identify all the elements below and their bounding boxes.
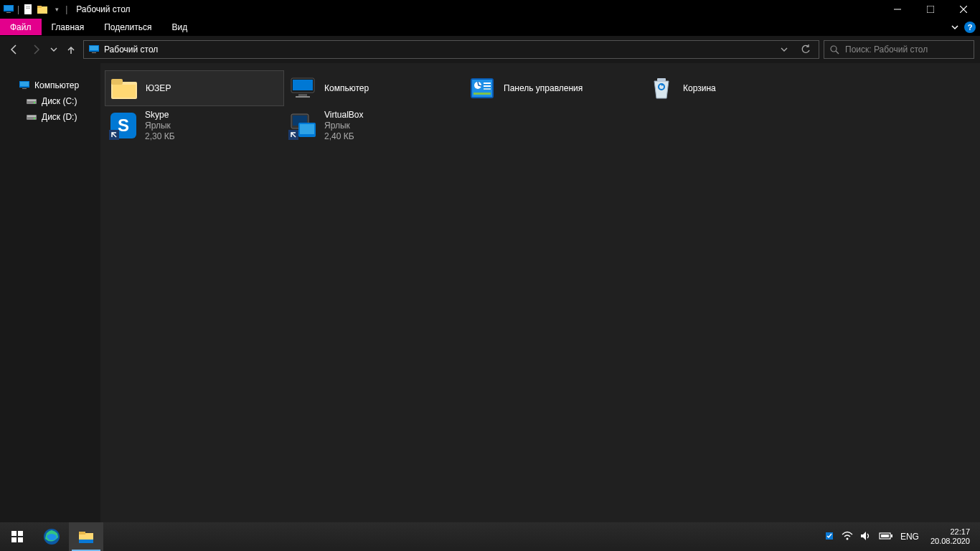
svg-rect-38 <box>484 85 491 87</box>
time-text: 22:17 <box>930 527 970 537</box>
sidebar-item-computer[interactable]: Компьютер <box>0 77 100 93</box>
skype-icon: S <box>109 111 138 140</box>
wifi-icon[interactable] <box>842 531 853 542</box>
sidebar-label: Компьютер <box>34 80 79 90</box>
item-skype[interactable]: S Skype Ярлык 2,30 КБ <box>105 108 284 143</box>
item-name: Панель управления <box>504 83 583 94</box>
sidebar-item-disk-c[interactable]: Диск (C:) <box>0 93 100 109</box>
forward-button[interactable] <box>27 41 44 58</box>
svg-rect-3 <box>24 4 32 14</box>
up-button[interactable] <box>63 42 79 57</box>
item-virtualbox[interactable]: VirtualBox Ярлык 2,40 КБ <box>284 108 463 143</box>
item-recycle-bin[interactable]: Корзина <box>643 70 822 106</box>
item-type: Ярлык <box>145 121 175 131</box>
item-type: Ярлык <box>324 121 363 131</box>
svg-rect-40 <box>473 93 491 95</box>
item-name: VirtualBox <box>324 110 363 121</box>
drive-icon <box>26 111 37 123</box>
svg-rect-19 <box>20 82 29 86</box>
sidebar-label: Диск (D:) <box>42 112 77 122</box>
svg-rect-1 <box>4 6 13 10</box>
computer-icon <box>19 80 30 91</box>
svg-rect-20 <box>22 88 27 89</box>
search-placeholder: Поиск: Рабочий стол <box>845 44 928 55</box>
svg-rect-53 <box>18 537 23 542</box>
recycle-bin-icon <box>647 74 676 103</box>
tab-home[interactable]: Главная <box>42 19 95 35</box>
titlebar: | ▾ | Рабочий стол <box>0 0 980 19</box>
window-title: Рабочий стол <box>76 4 130 14</box>
help-button[interactable]: ? <box>964 22 976 33</box>
svg-rect-62 <box>891 534 892 537</box>
sidebar-item-disk-d[interactable]: Диск (D:) <box>0 109 100 125</box>
drive-icon <box>26 95 37 107</box>
item-control-panel[interactable]: Панель управления <box>463 70 643 106</box>
content-area[interactable]: ЮЗЕР Компьютер Панель управления <box>100 63 980 522</box>
svg-rect-41 <box>657 78 666 81</box>
svg-rect-57 <box>79 540 93 543</box>
battery-icon[interactable] <box>879 532 893 542</box>
item-computer[interactable]: Компьютер <box>284 70 463 106</box>
svg-rect-56 <box>79 532 85 534</box>
document-icon <box>22 4 34 15</box>
refresh-button[interactable] <box>797 41 814 58</box>
clock[interactable]: 22:17 20.08.2020 <box>926 527 974 546</box>
virtualbox-icon <box>288 111 317 140</box>
svg-rect-37 <box>484 83 491 84</box>
svg-rect-22 <box>27 100 36 101</box>
control-panel-icon <box>468 74 496 103</box>
date-text: 20.08.2020 <box>930 537 970 546</box>
system-tray: ENG 22:17 20.08.2020 <box>824 527 980 546</box>
svg-rect-31 <box>293 80 313 90</box>
search-icon <box>830 45 839 55</box>
language-indicator[interactable]: ENG <box>900 532 919 542</box>
svg-rect-48 <box>300 124 314 134</box>
monitor-icon <box>3 4 14 15</box>
svg-rect-4 <box>26 6 30 7</box>
back-button[interactable] <box>6 41 23 58</box>
sidebar: Компьютер Диск (C:) Диск (D:) <box>0 63 100 522</box>
svg-line-49 <box>291 133 296 137</box>
maximize-button[interactable] <box>914 0 947 19</box>
dropdown-small-icon[interactable]: ▾ <box>51 4 62 15</box>
svg-text:S: S <box>118 116 129 135</box>
item-size: 2,30 КБ <box>145 131 175 142</box>
svg-rect-7 <box>37 6 42 8</box>
svg-rect-33 <box>296 96 310 98</box>
recent-dropdown-icon[interactable] <box>49 41 59 58</box>
tab-file[interactable]: Файл <box>0 19 42 35</box>
search-box[interactable]: Поиск: Рабочий стол <box>824 40 974 59</box>
start-button[interactable] <box>0 522 34 551</box>
svg-rect-39 <box>484 88 491 90</box>
ribbon-tabs: Файл Главная Поделиться Вид ? <box>0 19 980 36</box>
desktop-icon <box>88 44 100 55</box>
tab-view[interactable]: Вид <box>161 19 197 35</box>
svg-rect-25 <box>27 116 36 117</box>
svg-rect-9 <box>927 6 934 13</box>
svg-rect-52 <box>11 537 17 542</box>
taskbar-edge[interactable] <box>34 522 69 551</box>
svg-rect-15 <box>92 52 96 53</box>
svg-point-16 <box>831 46 837 52</box>
ribbon-collapse-icon[interactable] <box>950 22 960 32</box>
item-folder-user[interactable]: ЮЗЕР <box>105 70 284 106</box>
svg-point-26 <box>34 118 35 119</box>
minimize-button[interactable] <box>881 0 914 19</box>
item-name: Корзина <box>683 83 716 94</box>
separator: | <box>17 4 19 14</box>
svg-rect-5 <box>26 8 30 9</box>
breadcrumb-text: Рабочий стол <box>104 44 771 55</box>
svg-rect-29 <box>113 85 136 98</box>
volume-icon[interactable] <box>860 531 872 542</box>
taskbar-explorer[interactable] <box>69 522 103 551</box>
item-size: 2,40 КБ <box>324 131 363 142</box>
tray-security-icon[interactable] <box>824 531 834 542</box>
shortcut-arrow-icon <box>288 130 298 140</box>
svg-rect-51 <box>18 531 23 536</box>
svg-rect-32 <box>298 94 307 96</box>
address-bar[interactable]: Рабочий стол <box>83 40 819 59</box>
svg-rect-14 <box>90 46 98 50</box>
tab-share[interactable]: Поделиться <box>94 19 161 35</box>
address-dropdown-icon[interactable] <box>776 41 793 58</box>
close-button[interactable] <box>947 0 980 19</box>
